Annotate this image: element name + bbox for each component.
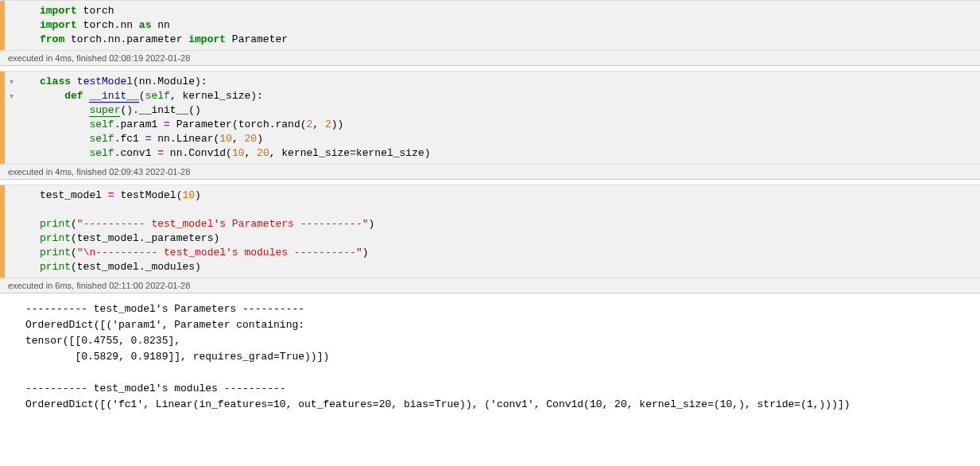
code-text: (	[71, 247, 77, 258]
class-name: testModel	[77, 76, 133, 87]
code-text: ,	[232, 133, 245, 145]
code-text	[40, 118, 89, 130]
builtin-print: print	[40, 232, 71, 244]
code-text: (test_model._parameters)	[71, 232, 219, 244]
code-text: (nn.Module):	[133, 76, 207, 87]
number: 10	[219, 133, 232, 145]
code-text: .conv1	[114, 147, 158, 159]
code-text	[40, 104, 89, 116]
keyword: import	[40, 5, 77, 17]
code-text: kernel_size)	[356, 147, 431, 159]
keyword: import	[188, 33, 226, 45]
fold-column[interactable]	[5, 1, 27, 50]
number: 20	[257, 147, 269, 159]
code-text: , kernel_size):	[170, 90, 263, 102]
self-param: self	[89, 133, 114, 145]
execution-status: executed in 4ms, finished 02:09:43 2022-…	[0, 165, 980, 180]
code-text: (	[71, 218, 77, 230]
code-text: nn.Linear(	[151, 133, 219, 145]
code-text: nn	[151, 19, 169, 31]
code-text: ))	[331, 118, 344, 130]
code-text	[71, 76, 77, 87]
code-text: Parameter(torch.rand(	[170, 118, 307, 130]
operator: =	[350, 147, 356, 159]
code-cell[interactable]: ▾ ▾ class testModel(nn.Module): def __in…	[0, 71, 980, 165]
code-text: (test_model._modules)	[71, 261, 201, 273]
code-cell[interactable]: test_model = testModel(10) print("------…	[0, 184, 980, 278]
keyword: def	[64, 90, 83, 102]
code-text: nn.Conv1d(	[164, 147, 232, 159]
code-text: )	[257, 133, 263, 145]
code-text: test_model	[40, 189, 108, 201]
code-text: torch.nn.parameter	[64, 33, 188, 45]
operator: =	[108, 189, 114, 201]
code-text: torch	[77, 5, 114, 17]
code-text: )	[195, 189, 201, 201]
keyword: class	[40, 76, 71, 87]
code-text: ,	[245, 147, 258, 159]
code-text: ()	[188, 104, 201, 116]
code-text: (	[139, 90, 145, 102]
code-text	[40, 133, 89, 145]
keyword: import	[40, 19, 77, 31]
code-cell[interactable]: import torch import torch.nn as nn from …	[0, 0, 980, 51]
fold-column[interactable]: ▾ ▾	[5, 72, 27, 164]
code-text	[40, 147, 89, 159]
code-text: ,	[312, 118, 325, 130]
code-text: ().	[120, 104, 138, 116]
cell-output: ---------- test_model's Parameters -----…	[0, 293, 980, 421]
code-editor[interactable]: test_model = testModel(10) print("------…	[27, 185, 980, 278]
method-name: __init__	[139, 104, 188, 116]
code-editor[interactable]: class testModel(nn.Module): def __init__…	[27, 72, 980, 164]
function-name: __init__	[89, 90, 138, 103]
execution-status: executed in 4ms, finished 02:08:19 2022-…	[0, 51, 980, 66]
code-text	[40, 90, 64, 102]
code-text: torch.nn	[77, 19, 139, 31]
builtin: super	[89, 104, 120, 117]
number: 10	[182, 189, 195, 201]
code-text: .param1	[114, 118, 164, 130]
execution-status: executed in 6ms, finished 02:11:00 2022-…	[0, 278, 980, 293]
operator: =	[164, 118, 170, 130]
code-editor[interactable]: import torch import torch.nn as nn from …	[27, 1, 980, 50]
code-text: )	[362, 247, 369, 258]
code-text: testModel(	[114, 189, 183, 201]
keyword: from	[40, 33, 64, 45]
self-param: self	[145, 90, 170, 102]
operator: =	[157, 147, 164, 159]
fold-column[interactable]	[5, 185, 27, 278]
builtin-print: print	[40, 261, 71, 273]
code-text: .fc1	[114, 133, 145, 145]
keyword: as	[139, 19, 152, 31]
code-text: , kernel_size	[269, 147, 350, 159]
number: 10	[232, 147, 245, 159]
self-param: self	[89, 147, 114, 159]
builtin-print: print	[40, 247, 71, 258]
number: 20	[245, 133, 258, 145]
self-param: self	[89, 118, 114, 130]
code-text: )	[369, 218, 375, 230]
string-literal: "\n---------- test_model's modules -----…	[77, 247, 362, 258]
builtin-print: print	[40, 218, 71, 230]
number: 2	[325, 118, 331, 130]
string-literal: "---------- test_model's Parameters ----…	[77, 218, 369, 230]
code-text: Parameter	[226, 33, 288, 45]
